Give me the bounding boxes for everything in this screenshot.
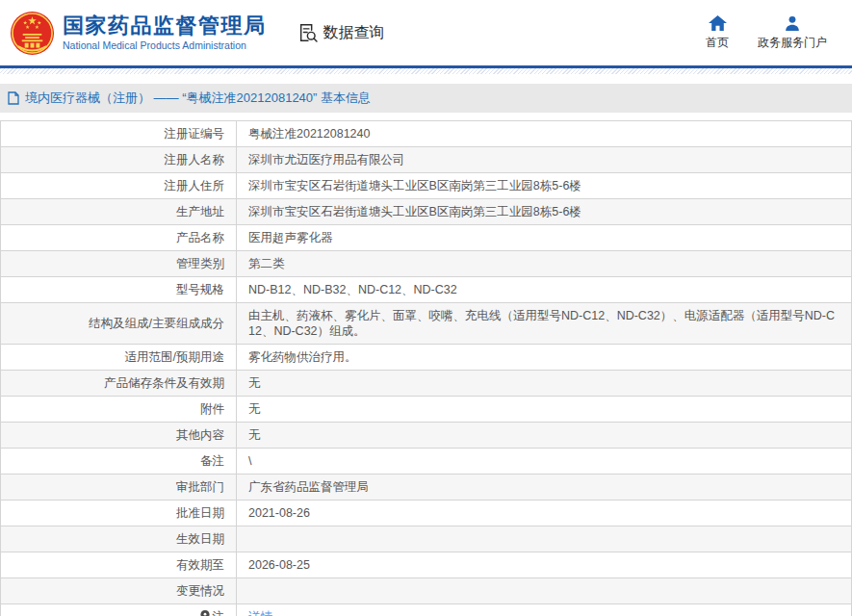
row-label: 生效日期: [1, 526, 237, 552]
nav-home[interactable]: 首页: [706, 15, 729, 51]
table-row: 适用范围/预期用途雾化药物供治疗用。: [1, 345, 852, 371]
table-row: 变更情况: [1, 578, 852, 604]
nav-portal[interactable]: 政务服务门户: [758, 15, 827, 51]
row-value: 2021-08-26: [237, 500, 852, 526]
table-row: 生效日期: [1, 526, 852, 552]
row-label: 有效期至: [1, 552, 237, 578]
table-row: 结构及组成/主要组成成分由主机、药液杯、雾化片、面罩、咬嘴、充电线（适用型号ND…: [1, 303, 852, 345]
row-value: 由主机、药液杯、雾化片、面罩、咬嘴、充电线（适用型号ND-C12、ND-C32）…: [237, 303, 852, 345]
row-label: 审批部门: [1, 475, 237, 500]
row-label: 生产地址: [1, 199, 237, 225]
row-label: 注: [1, 604, 237, 616]
row-label: 注册证编号: [1, 121, 237, 147]
page-title-bar: 境内医疗器械（注册） —— “粤械注准20212081240” 基本信息: [0, 84, 852, 113]
row-value: [237, 578, 852, 604]
table-row: 产品名称医用超声雾化器: [1, 225, 852, 251]
org-name-en: National Medical Products Administration: [63, 39, 267, 51]
row-label: 备注: [1, 449, 237, 475]
row-value: 无: [237, 423, 852, 449]
table-row: 管理类别第二类: [1, 251, 852, 277]
row-label: 管理类别: [1, 251, 237, 277]
row-value: [237, 526, 852, 552]
row-label: 变更情况: [1, 578, 237, 604]
row-label: 注册人住所: [1, 173, 237, 199]
row-value: 详情: [237, 604, 852, 616]
detail-link[interactable]: 详情: [248, 610, 272, 616]
row-value: 深圳市尤迈医疗用品有限公司: [237, 147, 852, 173]
nav-home-label: 首页: [706, 35, 729, 51]
row-label: 适用范围/预期用途: [1, 345, 237, 371]
table-row: 生产地址深圳市宝安区石岩街道塘头工业区B区南岗第三工业园8栋5-6楼: [1, 199, 852, 225]
table-row: 注册人住所深圳市宝安区石岩街道塘头工业区B区南岗第三工业园8栋5-6楼: [1, 173, 852, 199]
user-icon: [785, 15, 800, 31]
table-row: 注册证编号粤械注准20212081240: [1, 121, 852, 147]
row-value: ND-B12、ND-B32、ND-C12、ND-C32: [237, 277, 852, 303]
table-row: 产品储存条件及有效期无: [1, 371, 852, 397]
header-hatch-strip: [0, 68, 852, 74]
home-icon: [709, 15, 727, 31]
page-title: 境内医疗器械（注册） —— “粤械注准20212081240” 基本信息: [25, 90, 371, 107]
org-name-cn: 国家药品监督管理局: [63, 14, 267, 38]
row-label: 结构及组成/主要组成成分: [1, 303, 237, 345]
row-label: 附件: [1, 397, 237, 423]
table-row: 其他内容无: [1, 423, 852, 449]
table-row: 备注\: [1, 449, 852, 475]
data-query-label: 数据查询: [323, 23, 385, 43]
nmpa-logo[interactable]: 国家药品监督管理局 National Medical Products Admi…: [10, 11, 267, 56]
table-row: 审批部门广东省药品监督管理局: [1, 475, 852, 500]
top-nav: 首页 政务服务门户: [706, 15, 835, 51]
site-header: 国家药品监督管理局 National Medical Products Admi…: [0, 0, 852, 65]
table-row: 注册人名称深圳市尤迈医疗用品有限公司: [1, 147, 852, 173]
row-value: 粤械注准20212081240: [237, 121, 852, 147]
pin-icon: [200, 610, 210, 616]
row-value: 第二类: [237, 251, 852, 277]
row-label: 其他内容: [1, 423, 237, 449]
row-value: 医用超声雾化器: [237, 225, 852, 251]
row-value: 深圳市宝安区石岩街道塘头工业区B区南岗第三工业园8栋5-6楼: [237, 173, 852, 199]
row-value: 雾化药物供治疗用。: [237, 345, 852, 371]
row-value: \: [237, 449, 852, 475]
nav-portal-label: 政务服务门户: [758, 35, 827, 51]
row-value: 深圳市宝安区石岩街道塘头工业区B区南岗第三工业园8栋5-6楼: [237, 199, 852, 225]
row-label: 产品名称: [1, 225, 237, 251]
table-row: 有效期至2026-08-25: [1, 552, 852, 578]
document-icon: [8, 91, 19, 105]
row-label: 型号规格: [1, 277, 237, 303]
row-value: 广东省药品监督管理局: [237, 475, 852, 500]
row-label: 注册人名称: [1, 147, 237, 173]
table-row: 批准日期2021-08-26: [1, 500, 852, 526]
table-row: 注详情: [1, 604, 852, 616]
info-table-body: 注册证编号粤械注准20212081240注册人名称深圳市尤迈医疗用品有限公司注册…: [1, 121, 852, 616]
registration-info-table: 注册证编号粤械注准20212081240注册人名称深圳市尤迈医疗用品有限公司注册…: [0, 120, 852, 616]
document-search-icon: [297, 22, 319, 43]
national-emblem-icon: [10, 11, 55, 56]
data-query-nav[interactable]: 数据查询: [297, 22, 385, 43]
row-label: 批准日期: [1, 500, 237, 526]
table-row: 型号规格ND-B12、ND-B32、ND-C12、ND-C32: [1, 277, 852, 303]
row-value: 无: [237, 397, 852, 423]
row-value: 无: [237, 371, 852, 397]
row-label: 产品储存条件及有效期: [1, 371, 237, 397]
table-row: 附件无: [1, 397, 852, 423]
row-value: 2026-08-25: [237, 552, 852, 578]
